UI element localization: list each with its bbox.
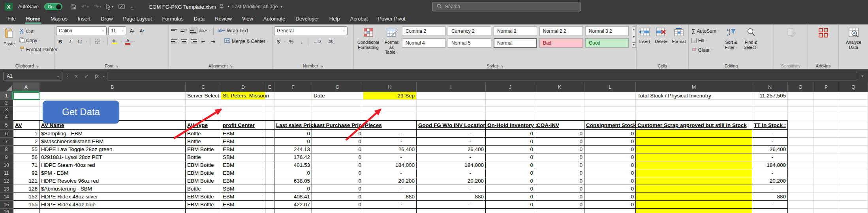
cell-G5[interactable]: Last Purchase Price <box>312 120 363 130</box>
cell-H10[interactable]: 184,000 <box>363 161 417 169</box>
cell-Q10[interactable] <box>839 161 868 169</box>
bold-button[interactable]: B <box>56 37 64 45</box>
row-header-2[interactable]: 2 <box>0 100 13 106</box>
cell-L5[interactable]: Consignment Stock : <box>584 120 636 130</box>
cell-C3[interactable] <box>186 106 221 113</box>
cell-M16[interactable] <box>636 209 752 213</box>
cell-H6[interactable]: - <box>363 130 417 138</box>
tab-home[interactable]: Home <box>21 14 45 24</box>
row-header-7[interactable]: 7 <box>0 138 13 146</box>
cell-J13[interactable]: 0 <box>486 185 535 193</box>
percent-format-icon[interactable]: % <box>287 37 295 45</box>
cell-A7[interactable]: 2 <box>13 138 39 146</box>
cell-P16[interactable] <box>814 209 839 213</box>
cell-Q15[interactable] <box>839 201 868 209</box>
cell-Q12[interactable] <box>839 177 868 185</box>
cell-N2[interactable] <box>752 100 788 106</box>
column-header-H[interactable]: H <box>363 82 417 92</box>
column-header-Q[interactable]: Q <box>839 82 868 92</box>
formula-input[interactable] <box>107 72 857 80</box>
tab-acrobat[interactable]: Acrobat <box>345 14 373 24</box>
cell-O8[interactable] <box>788 146 814 153</box>
cell-F16[interactable] <box>274 209 312 213</box>
cell-M11[interactable] <box>636 169 752 177</box>
cell-D12[interactable]: EBM <box>221 177 265 185</box>
enter-formula-icon[interactable]: ✓ <box>83 73 90 79</box>
select-all-corner[interactable] <box>0 82 13 92</box>
cell-B13[interactable]: $Abmusterung - SBM <box>39 185 186 193</box>
cell-I5[interactable]: Good FG W/o INV Location : <box>417 120 486 130</box>
cell-I12[interactable]: 20,200 <box>417 177 486 185</box>
cell-D8[interactable]: EBM <box>221 146 265 153</box>
cell-style-normal[interactable]: Normal <box>494 38 537 48</box>
column-header-A[interactable]: A <box>13 82 39 92</box>
cell-M5[interactable]: Customer Scrap approved but still in Sto… <box>636 120 752 130</box>
autosave-toggle[interactable]: On <box>44 3 62 10</box>
cell-C5[interactable]: AV Type <box>186 120 221 130</box>
tab-insert[interactable]: Insert <box>73 14 96 24</box>
cell-N5[interactable]: TT in Stock : <box>752 120 788 130</box>
column-header-F[interactable]: F <box>274 82 312 92</box>
cell-P1[interactable] <box>814 92 839 100</box>
cell-style-currency-2[interactable]: Currency 2 <box>448 26 491 36</box>
cell-N10[interactable]: 184,000 <box>752 161 788 169</box>
cell-style-comma-2[interactable]: Comma 2 <box>402 26 445 36</box>
document-title[interactable]: EOM FG-PKG Template.xlsm <box>149 4 216 10</box>
fill-button[interactable]: ↓ Fill ▾ <box>690 36 721 45</box>
cell-style-normal-2-2[interactable]: Normal 2 2 <box>539 26 583 36</box>
row-header-12[interactable]: 12 <box>0 177 13 185</box>
cell-L15[interactable]: 0 <box>584 201 636 209</box>
tab-review[interactable]: Review <box>210 14 237 24</box>
row-header-15[interactable]: 15 <box>0 201 13 209</box>
cell-H4[interactable] <box>363 113 417 120</box>
cell-Q6[interactable] <box>839 130 868 138</box>
cell-E11[interactable] <box>265 169 274 177</box>
cell-O1[interactable] <box>788 92 814 100</box>
cell-K15[interactable]: 0 <box>535 201 584 209</box>
tab-file[interactable]: File <box>2 14 21 24</box>
cell-F5[interactable]: Last sales Price <box>274 120 312 130</box>
cell-F4[interactable] <box>274 113 312 120</box>
cell-O4[interactable] <box>788 113 814 120</box>
cell-K4[interactable] <box>535 113 584 120</box>
row-header-11[interactable]: 11 <box>0 169 13 177</box>
cell-J15[interactable]: 0 <box>486 201 535 209</box>
cell-I8[interactable]: 26,400 <box>417 146 486 153</box>
cell-O16[interactable] <box>788 209 814 213</box>
row-header-1[interactable]: 1 <box>0 92 13 100</box>
cell-G8[interactable]: 0 <box>312 146 363 153</box>
cell-H5[interactable]: Pieces <box>363 120 417 130</box>
cell-M1[interactable]: Total Stock / Physical Invenotry <box>636 92 752 100</box>
cell-E3[interactable] <box>265 106 274 113</box>
cell-L10[interactable]: 0 <box>584 161 636 169</box>
cell-Q14[interactable] <box>839 193 868 201</box>
cell-C13[interactable]: Bottle <box>186 185 221 193</box>
cell-F2[interactable] <box>274 100 312 106</box>
cell-G2[interactable] <box>312 100 363 106</box>
tab-formulas[interactable]: Formulas <box>157 14 189 24</box>
cell-J5[interactable]: On-Hold Inventory : <box>486 120 535 130</box>
column-header-P[interactable]: P <box>814 82 839 92</box>
cell-C12[interactable]: EBM Bottle <box>186 177 221 185</box>
cell-D6[interactable]: EBM <box>221 130 265 138</box>
cell-F13[interactable]: 0 <box>274 185 312 193</box>
cell-C10[interactable]: EBM Bottle <box>186 161 221 169</box>
undo-icon[interactable]: ↶▾ <box>81 3 89 10</box>
cell-L7[interactable]: 0 <box>584 138 636 146</box>
borders-icon[interactable] <box>93 37 101 45</box>
cell-L16[interactable] <box>584 209 636 213</box>
cell-F3[interactable] <box>274 106 312 113</box>
save-icon[interactable] <box>70 4 76 10</box>
cell-D15[interactable]: EBM <box>221 201 265 209</box>
font-color-icon[interactable]: A <box>124 37 132 45</box>
cell-E2[interactable] <box>265 100 274 106</box>
cell-C2[interactable] <box>186 100 221 106</box>
cell-A6[interactable]: 1 <box>13 130 39 138</box>
cell-Q3[interactable] <box>839 106 868 113</box>
row-header-13[interactable]: 13 <box>0 185 13 193</box>
cell-F11[interactable]: 0 <box>274 169 312 177</box>
cell-O11[interactable] <box>788 169 814 177</box>
cell-A4[interactable] <box>13 113 39 120</box>
cell-A9[interactable]: 56 <box>13 153 39 161</box>
column-header-K[interactable]: K <box>535 82 584 92</box>
